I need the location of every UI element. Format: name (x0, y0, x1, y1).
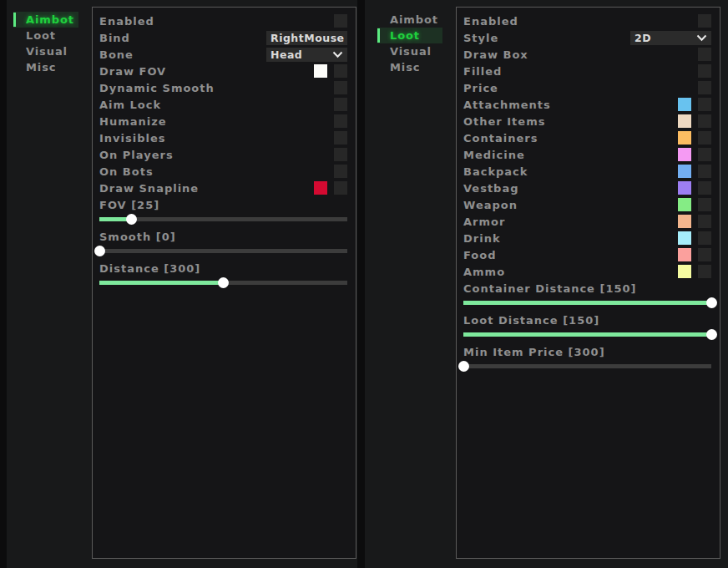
slider[interactable] (463, 329, 711, 340)
row-price: Price (457, 79, 720, 96)
row-controls (678, 148, 711, 161)
checkbox[interactable] (698, 181, 711, 195)
slider-loot-distance: Loot Distance [150] (463, 315, 711, 343)
checkbox[interactable] (334, 181, 347, 195)
slider[interactable] (99, 246, 347, 256)
row-label: Ammo (463, 266, 678, 278)
slider-label: Container Distance [150] (463, 283, 711, 295)
color-swatch[interactable] (678, 231, 691, 245)
sidebar-item-loot[interactable]: Loot (377, 28, 442, 43)
slider-thumb[interactable] (126, 214, 137, 225)
color-swatch[interactable] (678, 98, 691, 111)
sidebar-item-aimbot[interactable]: Aimbot (377, 12, 442, 28)
sidebar: AimbotLootVisualMisc (377, 12, 442, 75)
text-field[interactable]: RightMouse (266, 31, 347, 45)
row-attachments: Attachments (457, 96, 720, 113)
row-bind: BindRightMouse (93, 29, 356, 46)
row-label: Vestbag (463, 182, 678, 195)
slider-track[interactable] (99, 249, 347, 253)
row-label: Attachments (463, 99, 678, 111)
dropdown[interactable]: 2D (630, 31, 711, 45)
color-swatch[interactable] (314, 64, 327, 78)
checkbox[interactable] (698, 265, 711, 278)
checkbox[interactable] (334, 131, 347, 145)
color-swatch[interactable] (678, 181, 691, 195)
slider[interactable] (463, 361, 711, 372)
row-weapon: Weapon (457, 196, 720, 213)
slider-label: Distance [300] (99, 263, 347, 275)
slider-thumb[interactable] (706, 297, 717, 308)
color-swatch[interactable] (678, 215, 691, 228)
checkbox[interactable] (698, 114, 711, 128)
slider-thumb[interactable] (94, 246, 105, 256)
row-label: Armor (463, 216, 678, 228)
row-label: Draw Box (463, 48, 698, 61)
slider-thumb[interactable] (218, 277, 229, 288)
checkbox[interactable] (698, 248, 711, 261)
row-humanize: Humanize (93, 113, 356, 129)
checkbox[interactable] (334, 64, 347, 78)
checkbox[interactable] (698, 148, 711, 161)
dropdown[interactable]: Head (266, 48, 347, 62)
row-controls: RightMouse (266, 31, 347, 45)
checkbox[interactable] (698, 14, 711, 28)
row-enabled: Enabled (457, 13, 720, 29)
color-swatch[interactable] (678, 198, 691, 211)
row-label: On Players (99, 149, 334, 161)
sidebar-item-misc[interactable]: Misc (13, 59, 78, 75)
slider-thumb[interactable] (458, 361, 469, 372)
settings-rows: EnabledStyle2DDraw BoxFilledPriceAttachm… (457, 8, 720, 280)
color-swatch[interactable] (678, 131, 691, 145)
row-controls (334, 114, 347, 128)
checkbox[interactable] (698, 215, 711, 228)
checkbox[interactable] (698, 165, 711, 178)
sidebar-item-label: Loot (390, 29, 420, 42)
checkbox[interactable] (698, 81, 711, 94)
sidebar-item-visual[interactable]: Visual (13, 43, 78, 59)
color-swatch[interactable] (678, 114, 691, 128)
slider[interactable] (99, 277, 347, 288)
row-label: On Bots (99, 165, 334, 178)
row-on-bots: On Bots (93, 163, 356, 180)
checkbox[interactable] (698, 198, 711, 211)
checkbox[interactable] (698, 98, 711, 111)
slider-track[interactable] (463, 364, 711, 368)
row-style: Style2D (457, 29, 720, 46)
color-swatch[interactable] (678, 165, 691, 178)
sidebar-item-misc[interactable]: Misc (377, 59, 442, 75)
checkbox[interactable] (698, 64, 711, 78)
row-label: Style (463, 32, 630, 44)
color-swatch[interactable] (314, 181, 327, 195)
slider[interactable] (99, 214, 347, 225)
row-containers: Containers (457, 129, 720, 146)
checkbox[interactable] (334, 165, 347, 178)
slider-label: Smooth [0] (99, 231, 347, 243)
row-controls: Head (266, 48, 347, 62)
row-label: Enabled (99, 15, 334, 28)
checkbox[interactable] (698, 48, 711, 61)
slider-track[interactable] (463, 332, 711, 337)
checkbox[interactable] (334, 14, 347, 28)
row-controls (678, 265, 711, 278)
color-swatch[interactable] (678, 148, 691, 161)
slider-track[interactable] (463, 301, 711, 305)
checkbox[interactable] (334, 98, 347, 111)
sidebar-item-label: Visual (390, 45, 432, 58)
row-filled: Filled (457, 63, 720, 79)
row-label: Filled (463, 65, 698, 78)
checkbox[interactable] (698, 131, 711, 145)
sidebar-item-aimbot[interactable]: Aimbot (13, 12, 78, 28)
slider[interactable] (463, 297, 711, 308)
color-swatch[interactable] (678, 265, 691, 278)
checkbox[interactable] (334, 148, 347, 161)
checkbox[interactable] (334, 114, 347, 128)
sidebar-item-loot[interactable]: Loot (13, 28, 78, 43)
slider-thumb[interactable] (706, 329, 717, 340)
row-label: Bind (99, 32, 266, 44)
checkbox[interactable] (334, 81, 347, 94)
color-swatch[interactable] (678, 248, 691, 261)
checkbox[interactable] (698, 231, 711, 245)
row-controls (678, 231, 711, 245)
row-label: Weapon (463, 199, 678, 211)
sidebar-item-visual[interactable]: Visual (377, 43, 442, 59)
